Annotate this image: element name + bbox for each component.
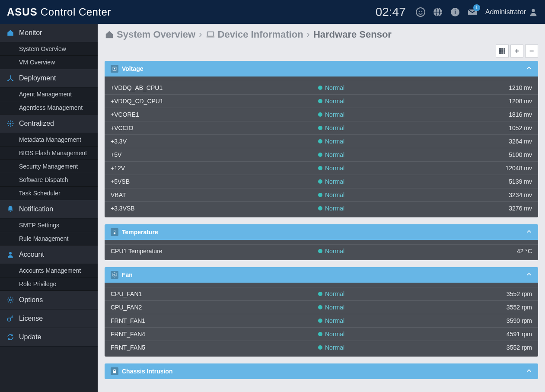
svg-rect-20 — [501, 48, 503, 50]
sensor-row: +12VNormal12048 mv — [105, 162, 538, 175]
smile-icon[interactable] — [415, 7, 426, 17]
brand[interactable]: ASUS Control Center — [7, 6, 111, 18]
sidebar-item-agentm[interactable]: Agent Management — [0, 88, 98, 101]
collapse-all-button[interactable]: − — [525, 45, 538, 57]
sidebar-section-monitor[interactable]: Monitor — [0, 24, 98, 42]
status-dot-icon — [318, 206, 322, 210]
bell-icon — [6, 205, 15, 214]
sensor-row: CPU_FAN2Normal3552 rpm — [105, 301, 538, 314]
panel-chassis: Chassis Intrusion — [105, 363, 538, 379]
mail-badge: 1 — [473, 4, 480, 11]
panel-header-fan[interactable]: Fan — [105, 267, 538, 283]
sidebar-item-agentless[interactable]: Agentless Management — [0, 101, 98, 115]
crumb-current: Hardware Sensor — [313, 29, 392, 40]
sensor-status: Normal — [318, 124, 472, 131]
globe-icon[interactable] — [433, 7, 443, 17]
brand-strong: ASUS — [7, 6, 38, 18]
sensor-row: +5VSBNormal5139 mv — [105, 175, 538, 188]
expand-all-button[interactable]: + — [510, 45, 523, 57]
sidebar-section-options[interactable]: Options — [0, 291, 98, 309]
thermo-icon — [111, 228, 118, 236]
status-dot-icon — [318, 332, 322, 336]
sensor-status: Normal — [318, 205, 472, 212]
panel-header-voltage[interactable]: Voltage — [105, 61, 538, 76]
panel-body-voltage: +VDDQ_AB_CPU1Normal1210 mv+VDDQ_CD_CPU1N… — [105, 76, 538, 217]
grid-icon — [499, 48, 506, 54]
sidebar-item-role[interactable]: Role Privilege — [0, 277, 98, 291]
sensor-status: Normal — [318, 191, 472, 198]
sensor-name: +12V — [111, 165, 318, 172]
svg-rect-33 — [113, 371, 116, 373]
svg-rect-7 — [455, 11, 456, 14]
sensor-row: CPU_FAN1Normal3552 rpm — [105, 287, 538, 301]
sensor-value: 1208 mv — [472, 98, 532, 105]
status-dot-icon — [318, 292, 322, 296]
sidebar-section-notification[interactable]: Notification — [0, 200, 98, 219]
info-icon[interactable] — [450, 7, 460, 17]
sensor-status: Normal — [318, 111, 472, 118]
sidebar-item-rule[interactable]: Rule Management — [0, 232, 98, 245]
chevron-up-icon — [526, 229, 532, 236]
sensor-row: CPU1 TemperatureNormal42 °C — [105, 244, 538, 258]
sensor-row: FRNT_FAN5Normal3552 rpm — [105, 341, 538, 354]
status-dot-icon — [318, 166, 322, 170]
sidebar: MonitorSystem OverviewVM OverviewDeploym… — [0, 24, 98, 392]
svg-point-14 — [9, 252, 12, 255]
sidebar-item-task[interactable]: Task Scheduler — [0, 187, 98, 200]
sidebar-item-meta[interactable]: Metadata Management — [0, 133, 98, 147]
sensor-name: +5V — [111, 151, 318, 158]
sidebar-item-smtp[interactable]: SMTP Settings — [0, 219, 98, 232]
sensor-row: +VCCIONormal1052 mv — [105, 121, 538, 135]
sidebar-section-centralized[interactable]: Centralized — [0, 115, 98, 133]
mail-icon[interactable]: 1 — [467, 7, 478, 17]
sensor-row: +VDDQ_AB_CPU1Normal1210 mv — [105, 81, 538, 95]
topbar-clock: 02:47 — [376, 5, 406, 19]
panel-title: Fan — [122, 271, 133, 278]
sidebar-section-label: Notification — [19, 205, 53, 213]
sensor-value: 3552 rpm — [472, 290, 532, 297]
sensor-status: Normal — [318, 138, 472, 145]
sidebar-section-label: Deployment — [19, 74, 56, 82]
sidebar-item-vmov[interactable]: VM Overview — [0, 56, 98, 69]
sidebar-item-bios[interactable]: BIOS Flash Management — [0, 147, 98, 160]
panel-header-chassis[interactable]: Chassis Intrusion — [105, 363, 538, 379]
sidebar-item-accs[interactable]: Accounts Management — [0, 264, 98, 277]
panel-header-temperature[interactable]: Temperature — [105, 224, 538, 240]
sidebar-item-soft[interactable]: Software Dispatch — [0, 173, 98, 187]
brand-rest-text: Control Center — [41, 6, 111, 18]
sensor-name: +3.3V — [111, 138, 318, 145]
sensor-name: VBAT — [111, 191, 318, 198]
sensor-row: +3.3VSBNormal3276 mv — [105, 202, 538, 215]
sensor-name: +VCCIO — [111, 124, 318, 131]
panel-temperature: TemperatureCPU1 TemperatureNormal42 °C — [105, 224, 538, 260]
user-menu[interactable]: Administrator — [485, 7, 538, 17]
sensor-value: 5100 mv — [472, 151, 532, 158]
sidebar-section-account[interactable]: Account — [0, 245, 98, 264]
sidebar-section-license[interactable]: License — [0, 309, 98, 328]
crumb-home[interactable]: System Overview — [105, 29, 195, 40]
sidebar-item-sysov[interactable]: System Overview — [0, 42, 98, 56]
sensor-status: Normal — [318, 151, 472, 158]
grid-view-button[interactable] — [496, 45, 509, 57]
sensor-name: +VCORE1 — [111, 111, 318, 118]
svg-point-0 — [416, 8, 425, 16]
panel-body-fan: CPU_FAN1Normal3552 rpmCPU_FAN2Normal3552… — [105, 283, 538, 357]
crumb-device-label: Device Information — [218, 29, 303, 40]
sensor-status: Normal — [318, 317, 472, 324]
status-dot-icon — [318, 319, 322, 323]
sidebar-section-deployment[interactable]: Deployment — [0, 69, 98, 88]
crumb-sep: › — [199, 29, 202, 40]
central-icon — [6, 119, 15, 128]
panel-title: Temperature — [122, 229, 158, 236]
sidebar-section-label: Update — [19, 333, 41, 341]
status-dot-icon — [318, 345, 322, 350]
sensor-value: 3264 mv — [472, 138, 532, 145]
panel-voltage: Voltage+VDDQ_AB_CPU1Normal1210 mv+VDDQ_C… — [105, 61, 538, 217]
sidebar-section-update[interactable]: Update — [0, 328, 98, 347]
status-dot-icon — [318, 126, 322, 130]
crumb-device[interactable]: Device Information — [206, 29, 303, 40]
sensor-value: 1816 mv — [472, 111, 532, 118]
topbar: ASUS Control Center 02:47 1 Administrato… — [0, 0, 545, 24]
svg-rect-19 — [499, 48, 501, 50]
sidebar-item-sec[interactable]: Security Management — [0, 160, 98, 173]
